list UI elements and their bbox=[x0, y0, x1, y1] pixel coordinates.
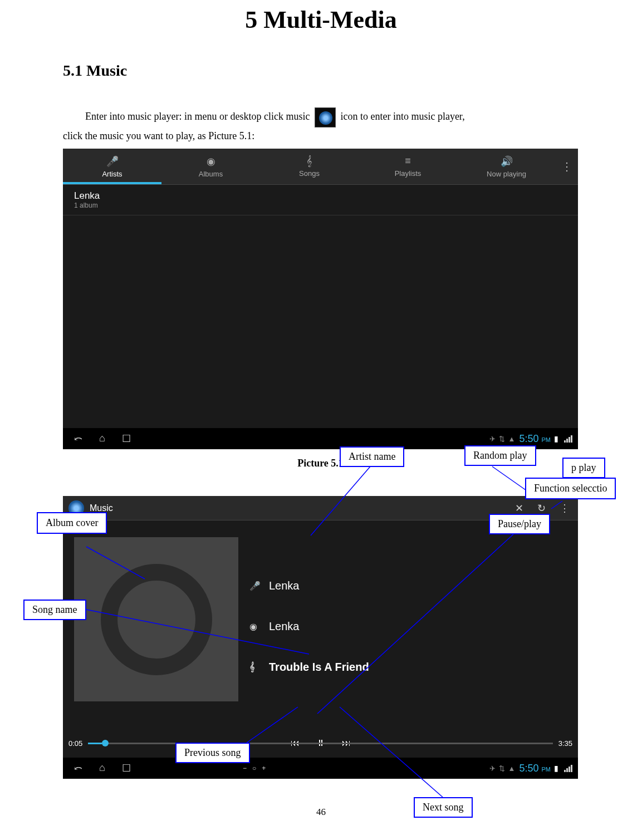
volume-up-icon[interactable]: + bbox=[262, 764, 266, 772]
navigation-bar-2: ⤺ ⌂ ☐ − ○ + ✈ ⇅ ▲ 5:50 PM ▮ bbox=[63, 758, 578, 779]
callout-song-name: Song name bbox=[23, 600, 86, 620]
album-row: ◉ Lenka bbox=[249, 620, 578, 633]
album-count: 1 album bbox=[74, 202, 567, 209]
overflow-icon[interactable]: ⋮ bbox=[560, 502, 570, 514]
intro-paragraph: Enter into music player: in menu or desk… bbox=[0, 80, 642, 144]
disc-icon: ◉ bbox=[207, 155, 215, 168]
artist-name: Lenka bbox=[74, 190, 567, 202]
note-icon: 𝄞 bbox=[249, 662, 261, 672]
recent-button[interactable]: ☐ bbox=[122, 433, 131, 445]
section-title: 5.1 Music bbox=[0, 34, 642, 80]
repeat-icon[interactable]: ↻ bbox=[537, 502, 546, 514]
tab-albums[interactable]: ◉ Albums bbox=[161, 149, 260, 184]
battery-icon: ▮ bbox=[554, 434, 558, 443]
signal-icons: ✈ ⇅ ▲ bbox=[489, 764, 516, 773]
signal-icons: ✈ ⇅ ▲ bbox=[489, 435, 516, 443]
recent-button[interactable]: ☐ bbox=[122, 762, 131, 774]
page-number: 46 bbox=[0, 807, 642, 818]
callout-next-song: Next song bbox=[414, 797, 473, 818]
callout-artist-name: Artist name bbox=[340, 446, 404, 467]
artist-list-item[interactable]: Lenka 1 album bbox=[63, 185, 578, 215]
tab-artists[interactable]: 🎤 Artists bbox=[63, 149, 161, 184]
home-button[interactable]: ⌂ bbox=[99, 762, 105, 774]
app-title: Music bbox=[90, 503, 113, 513]
overflow-menu-button[interactable]: ⋮ bbox=[556, 149, 578, 184]
song-row: 𝄞 Trouble Is A Friend bbox=[249, 661, 578, 674]
time-elapsed: 0:05 bbox=[68, 739, 82, 748]
tab-songs[interactable]: 𝄞 Songs bbox=[260, 149, 359, 184]
album-artwork bbox=[74, 537, 238, 701]
note-icon: 𝄞 bbox=[306, 155, 312, 167]
callout-pause-play: Pause/play bbox=[489, 514, 550, 534]
wifi-icon bbox=[564, 765, 572, 772]
music-app-icon bbox=[315, 107, 336, 127]
volume-down-icon[interactable]: − bbox=[243, 764, 247, 772]
callout-previous-song: Previous song bbox=[175, 743, 250, 763]
tab-playlists[interactable]: ≡ Playlists bbox=[359, 149, 457, 184]
shuffle-icon[interactable]: ✕ bbox=[515, 502, 523, 514]
seek-bar[interactable] bbox=[88, 743, 552, 744]
now-playing-screenshot: Music ✕ ↻ ⋮ 🎤 Lenka ◉ Lenka 𝄞 T bbox=[63, 496, 578, 779]
disc-icon: ◉ bbox=[249, 621, 261, 632]
list-icon: ≡ bbox=[405, 155, 411, 167]
time-total: 3:35 bbox=[558, 739, 572, 748]
back-button[interactable]: ⤺ bbox=[74, 433, 82, 445]
callout-function-selection: Function selecctio bbox=[525, 478, 616, 499]
chapter-title: 5 Multi-Media bbox=[0, 0, 642, 34]
tab-now-playing[interactable]: 🔊 Now playing bbox=[457, 149, 556, 184]
mic-icon: 🎤 bbox=[106, 155, 119, 168]
status-time: 5:50 PM bbox=[519, 433, 551, 445]
callout-random-play: Random play bbox=[464, 445, 536, 466]
music-library-screenshot: 🎤 Artists ◉ Albums 𝄞 Songs ≡ Playlists 🔊… bbox=[63, 149, 578, 449]
artist-row: 🎤 Lenka bbox=[249, 579, 578, 592]
status-time: 5:50 PM bbox=[519, 763, 551, 774]
wifi-icon bbox=[564, 435, 572, 443]
callout-loop-play: p play bbox=[562, 458, 605, 478]
callout-album-cover: Album cover bbox=[37, 512, 107, 534]
back-button[interactable]: ⤺ bbox=[74, 762, 82, 774]
home-button[interactable]: ⌂ bbox=[99, 433, 105, 445]
speaker-icon: 🔊 bbox=[501, 155, 513, 168]
battery-icon: ▮ bbox=[554, 764, 558, 773]
mic-icon: 🎤 bbox=[249, 581, 261, 591]
